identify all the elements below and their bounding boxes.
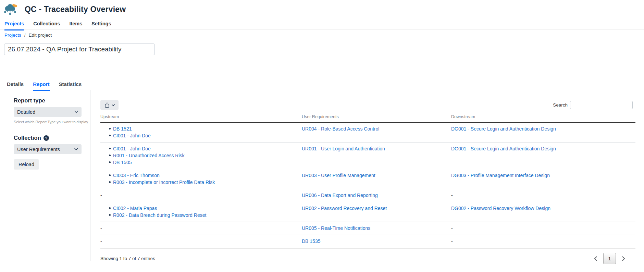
chevron-down-icon — [112, 104, 115, 106]
upstream-list-item: R003 - Incomplete or Incorrect Profile D… — [100, 179, 302, 186]
tab-statistics[interactable]: Statistics — [59, 81, 82, 91]
report-type-select[interactable]: Detailed — [14, 107, 82, 117]
table-row: CI002 - Maria PapasR002 - Data Breach du… — [100, 202, 635, 222]
downstream-link[interactable]: DG003 - Profile Management Interface Des… — [451, 173, 550, 178]
column-header-downstream: Downstream — [451, 114, 635, 122]
table-row: CI003 - Eric ThomsonR003 - Incomplete or… — [100, 169, 635, 189]
chevron-left-icon — [594, 256, 597, 261]
requirement-link[interactable]: UR004 - Role-Based Access Control — [302, 126, 379, 132]
report-type-help-text: Select which Report Type you want to dis… — [14, 120, 86, 124]
upstream-cell: - — [100, 222, 302, 235]
upstream-cell: CI001 - John DoeR001 - Unauthorized Acce… — [100, 143, 302, 169]
collection-selected-value: User Requirements — [17, 147, 60, 152]
project-name-input[interactable] — [4, 44, 155, 55]
requirement-link[interactable]: UR002 - Password Recovery and Reset — [302, 206, 387, 211]
upstream-link[interactable]: CI002 - Maria Papas — [113, 206, 157, 211]
requirement-cell: UR005 - Real-Time Notifications — [302, 222, 451, 235]
upstream-cell: CI003 - Eric ThomsonR003 - Incomplete or… — [100, 169, 302, 189]
box-arrow-up-icon — [104, 102, 110, 108]
tabs-divider — [4, 90, 640, 90]
empty-cell-dash: - — [451, 193, 453, 198]
next-page-button[interactable] — [621, 255, 627, 262]
downstream-cell: DG002 - Password Recovery Workflow Desig… — [451, 202, 635, 222]
collection-help-icon[interactable]: ? — [44, 135, 49, 141]
requirement-link[interactable]: DB 1535 — [302, 238, 320, 244]
upstream-link[interactable]: CI001 - John Doe — [113, 146, 151, 151]
upstream-link[interactable]: R001 - Unauthorized Access Risk — [113, 153, 185, 158]
search-input[interactable] — [570, 101, 633, 109]
upstream-list-item: R001 - Unauthorized Access Risk — [100, 152, 302, 159]
export-button[interactable] — [100, 100, 119, 110]
requirement-link[interactable]: UR001 - User Login and Authentication — [302, 146, 385, 151]
empty-cell-dash: - — [100, 193, 102, 198]
pagination: 1 — [593, 253, 635, 264]
chevron-down-icon — [74, 148, 78, 150]
report-type-label: Report type — [14, 97, 86, 104]
page-1-button[interactable]: 1 — [603, 253, 616, 264]
upstream-list-item: DB 1521 — [100, 125, 302, 132]
collection-select[interactable]: User Requirements — [14, 144, 82, 154]
upstream-list-item: R002 - Data Breach during Password Reset — [100, 212, 302, 219]
upstream-link[interactable]: CI003 - Eric Thomson — [113, 173, 160, 178]
table-row: DB 1521CI001 - John DoeUR004 - Role-Base… — [100, 122, 635, 143]
table-row: -UR005 - Real-Time Notifications- — [100, 222, 635, 235]
breadcrumb: Projects / Edit project — [4, 33, 52, 38]
upstream-link[interactable]: R003 - Incomplete or Incorrect Profile D… — [113, 180, 215, 185]
downstream-link[interactable]: DG002 - Password Recovery Workflow Desig… — [451, 206, 550, 211]
downstream-cell: - — [451, 235, 635, 248]
tab-report[interactable]: Report — [33, 81, 49, 91]
search-label: Search — [553, 102, 568, 108]
requirement-cell: UR001 - User Login and Authentication — [302, 143, 451, 169]
column-header-upstream: Upstream — [100, 114, 302, 122]
app-title: QC - Traceability Overview — [25, 5, 126, 14]
detail-tabs: DetailsReportStatistics — [7, 81, 82, 91]
sidebar-divider — [90, 90, 90, 261]
chevron-down-icon — [74, 111, 78, 113]
downstream-cell: - — [451, 189, 635, 202]
upstream-link[interactable]: CI001 - John Doe — [113, 133, 151, 138]
upstream-cell: DB 1521CI001 - John Doe — [100, 122, 302, 143]
requirement-cell: DB 1535 — [302, 235, 451, 248]
upstream-link[interactable]: DB 1505 — [113, 160, 132, 165]
downstream-cell: DG001 - Secure Login and Authentication … — [451, 143, 635, 169]
downstream-link[interactable]: DG001 - Secure Login and Authentication … — [451, 126, 556, 132]
upstream-cell: - — [100, 235, 302, 248]
requirement-cell: UR004 - Role-Based Access Control — [302, 122, 451, 143]
empty-cell-dash: - — [100, 225, 102, 231]
prev-page-button[interactable] — [593, 255, 598, 262]
breadcrumb-current: Edit project — [29, 33, 52, 38]
requirement-link[interactable]: UR006 - Data Export and Reporting — [302, 193, 378, 198]
nav-divider — [0, 29, 644, 29]
column-header-user-requirements: User Requirements — [302, 114, 451, 122]
report-panel: Search UpstreamUser RequirementsDownstre… — [100, 100, 635, 264]
upstream-list-item: DB 1505 — [100, 159, 302, 166]
upstream-cell: CI002 - Maria PapasR002 - Data Breach du… — [100, 202, 302, 222]
requirement-link[interactable]: UR003 - User Profile Management — [302, 173, 375, 178]
table-row: -DB 1535- — [100, 235, 635, 248]
upstream-cell: - — [100, 189, 302, 202]
table-body: DB 1521CI001 - John DoeUR004 - Role-Base… — [100, 122, 635, 248]
requirement-cell: UR006 - Data Export and Reporting — [302, 189, 451, 202]
upstream-link[interactable]: DB 1521 — [113, 126, 132, 132]
breadcrumb-projects-link[interactable]: Projects — [4, 33, 21, 38]
table-footer: Showing 1 to 7 of 7 entries 1 — [100, 253, 635, 264]
app-header: QC - Traceability Overview — [3, 2, 126, 16]
requirement-cell: UR003 - User Profile Management — [302, 169, 451, 189]
downstream-cell: - — [451, 222, 635, 235]
entries-summary: Showing 1 to 7 of 7 entries — [100, 256, 155, 261]
chevron-right-icon — [622, 256, 625, 261]
traceability-table: UpstreamUser RequirementsDownstream DB 1… — [100, 114, 635, 248]
requirement-link[interactable]: UR005 - Real-Time Notifications — [302, 225, 370, 231]
report-toolbar: Search — [100, 100, 635, 110]
report-sidebar: Report type Detailed Select which Report… — [14, 97, 86, 170]
upstream-list-item: CI002 - Maria Papas — [100, 205, 302, 212]
downstream-link[interactable]: DG001 - Secure Login and Authentication … — [451, 146, 556, 151]
upstream-list-item: CI003 - Eric Thomson — [100, 172, 302, 179]
reload-button[interactable]: Reload — [14, 159, 39, 170]
downstream-cell: DG001 - Secure Login and Authentication … — [451, 122, 635, 143]
tab-details[interactable]: Details — [7, 81, 24, 91]
collection-label: Collection ? — [14, 135, 86, 141]
empty-cell-dash: - — [100, 238, 102, 244]
upstream-link[interactable]: R002 - Data Breach during Password Reset — [113, 212, 206, 218]
requirement-cell: UR002 - Password Recovery and Reset — [302, 202, 451, 222]
